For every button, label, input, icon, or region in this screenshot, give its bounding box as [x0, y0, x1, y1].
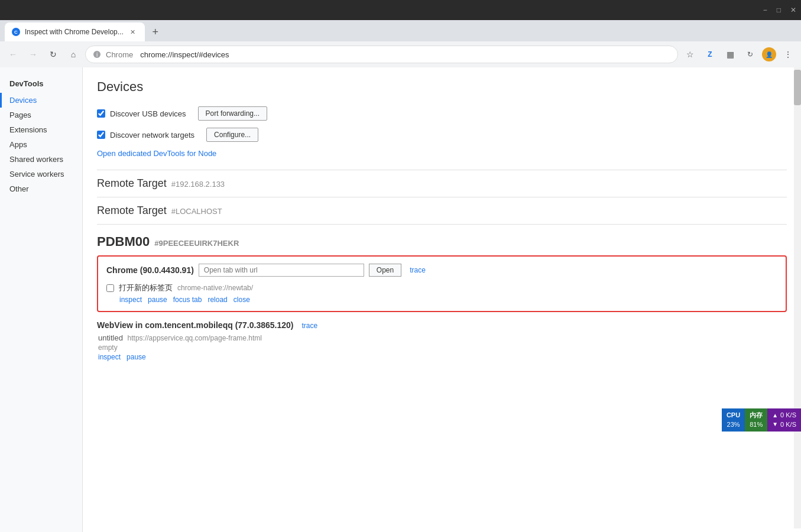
- active-tab[interactable]: C Inspect with Chrome Develop... ✕: [5, 22, 145, 41]
- chrome-card: Chrome (90.0.4430.91) Open trace 打开新的标签页…: [97, 255, 787, 312]
- webview-header: WebView in com.tencent.mobileqq (77.0.38…: [97, 320, 787, 330]
- divider-1: [97, 170, 787, 170]
- nav-icons-right: ☆ Z ▦ ↻ 👤 ⋮: [682, 46, 796, 63]
- minimize-btn[interactable]: −: [763, 6, 767, 14]
- reload-link[interactable]: reload: [207, 296, 227, 304]
- chrome-trace-link[interactable]: trace: [410, 266, 426, 274]
- pause-link-2[interactable]: pause: [127, 353, 146, 361]
- discover-usb-label: Discover USB devices: [110, 109, 186, 118]
- sidebar-item-shared-workers[interactable]: Shared workers: [0, 152, 82, 167]
- webview-page-name: untitled: [98, 333, 123, 342]
- maximize-btn[interactable]: □: [777, 6, 781, 14]
- net-down: ▼0 K/S: [772, 420, 796, 429]
- sidebar-item-apps[interactable]: Apps: [0, 137, 82, 152]
- cpu-value: 23%: [727, 420, 740, 429]
- reload-btn[interactable]: ↻: [45, 46, 61, 63]
- profile-avatar[interactable]: 👤: [762, 47, 776, 61]
- bookmark-btn[interactable]: ☆: [682, 46, 698, 63]
- cast-btn[interactable]: ↻: [742, 46, 758, 63]
- page-title: Devices: [97, 79, 787, 95]
- mem-label: 内存: [750, 411, 763, 420]
- webview-actions: inspect pause: [98, 353, 787, 361]
- address-bar[interactable]: i Chrome chrome://inspect/#devices: [85, 46, 678, 63]
- scrollbar-thumb[interactable]: [794, 70, 801, 105]
- address-label: Chrome: [106, 50, 133, 59]
- chrome-card-header: Chrome (90.0.4430.91) Open trace: [106, 264, 777, 277]
- tab-title: Inspect with Chrome Develop...: [25, 28, 124, 36]
- tab-bar: C Inspect with Chrome Develop... ✕ +: [0, 20, 801, 41]
- port-forwarding-btn[interactable]: Port forwarding...: [198, 106, 267, 121]
- extension1-btn[interactable]: Z: [702, 46, 718, 63]
- app-body: DevTools Devices Pages Extensions Apps S…: [0, 67, 801, 532]
- mem-stats: 内存 81%: [745, 408, 767, 432]
- devtools-node-link[interactable]: Open dedicated DevTools for Node: [97, 149, 787, 158]
- webview-page-url: https://appservice.qq.com/page-frame.htm…: [128, 334, 262, 342]
- menu-btn[interactable]: ⋮: [780, 46, 796, 63]
- webview-title: WebView in com.tencent.mobileqq (77.0.38…: [97, 320, 294, 330]
- tab-actions: inspect pause focus tab reload close: [119, 296, 777, 304]
- webview-page-row: untitled https://appservice.qq.com/page-…: [98, 333, 787, 342]
- tab-title: 打开新的标签页: [119, 283, 173, 293]
- content-area: Devices Discover USB devices Port forwar…: [83, 67, 801, 532]
- remote-target-1: Remote Target #192.168.2.133: [97, 177, 787, 190]
- focus-tab-link[interactable]: focus tab: [173, 296, 202, 304]
- device-title: PDBM00 #9PEECEEUIRK7HEKR: [97, 234, 787, 249]
- open-tab-input[interactable]: [199, 264, 364, 277]
- security-icon: i: [93, 50, 101, 59]
- svg-text:i: i: [96, 51, 98, 58]
- inspect-link-2[interactable]: inspect: [98, 353, 121, 361]
- forward-btn[interactable]: →: [25, 46, 41, 63]
- remote-target-2-address: #LOCALHOST: [171, 207, 222, 216]
- discover-usb-checkbox[interactable]: [97, 109, 105, 118]
- discover-usb-row: Discover USB devices Port forwarding...: [97, 106, 787, 121]
- remote-target-1-label: Remote Target: [97, 177, 167, 190]
- address-url: chrome://inspect/#devices: [140, 50, 229, 59]
- stats-widget: CPU 23% 内存 81% ▲0 K/S ▼0 K/S: [722, 408, 801, 432]
- home-btn[interactable]: ⌂: [65, 46, 82, 63]
- net-up: ▲0 K/S: [772, 411, 796, 420]
- remote-target-2-label: Remote Target: [97, 205, 167, 217]
- divider-2: [97, 197, 787, 197]
- scrollbar-track[interactable]: [794, 67, 801, 528]
- remote-target-2: Remote Target #LOCALHOST: [97, 205, 787, 217]
- webview-trace-link[interactable]: trace: [302, 322, 318, 330]
- chrome-version: Chrome (90.0.4430.91): [106, 265, 194, 275]
- back-btn[interactable]: ←: [5, 46, 21, 63]
- nav-bar: ← → ↻ ⌂ i Chrome chrome://inspect/#devic…: [0, 41, 801, 67]
- sidebar-item-devices[interactable]: Devices: [0, 93, 82, 108]
- divider-3: [97, 224, 787, 225]
- configure-btn[interactable]: Configure...: [206, 128, 258, 142]
- cpu-label: CPU: [727, 411, 740, 420]
- tab-close-btn[interactable]: ✕: [128, 27, 138, 37]
- open-tab-btn[interactable]: Open: [369, 264, 401, 277]
- close-btn[interactable]: ✕: [790, 6, 796, 14]
- inspect-link-1[interactable]: inspect: [119, 296, 142, 304]
- device-name: PDBM00: [97, 234, 150, 249]
- sidebar-item-extensions[interactable]: Extensions: [0, 122, 82, 137]
- close-link[interactable]: close: [234, 296, 250, 304]
- new-tab-btn[interactable]: +: [147, 24, 164, 40]
- tab-url: chrome-native://newtab/: [177, 284, 253, 292]
- discover-network-checkbox[interactable]: [97, 131, 105, 139]
- net-stats: ▲0 K/S ▼0 K/S: [767, 408, 801, 432]
- devtools-title: DevTools: [0, 77, 82, 93]
- sidebar-item-pages[interactable]: Pages: [0, 108, 82, 122]
- pause-link-1[interactable]: pause: [148, 296, 167, 304]
- remote-target-1-address: #192.168.2.133: [171, 180, 225, 189]
- webview-empty-label: empty: [98, 343, 787, 352]
- sidebar-item-service-workers[interactable]: Service workers: [0, 167, 82, 181]
- discover-network-label: Discover network targets: [110, 131, 194, 140]
- tab-checkbox[interactable]: [106, 284, 114, 292]
- extensions-btn[interactable]: ▦: [722, 46, 738, 63]
- device-id: #9PEECEEUIRK7HEKR: [154, 239, 239, 248]
- tab-row: 打开新的标签页 chrome-native://newtab/: [106, 283, 777, 293]
- discover-network-row: Discover network targets Configure...: [97, 128, 787, 142]
- sidebar-item-other[interactable]: Other: [0, 181, 82, 196]
- titlebar: − □ ✕: [0, 0, 801, 20]
- tab-favicon: C: [12, 28, 20, 36]
- cpu-stats: CPU 23%: [722, 408, 745, 432]
- mem-value: 81%: [750, 420, 763, 429]
- sidebar: DevTools Devices Pages Extensions Apps S…: [0, 67, 83, 532]
